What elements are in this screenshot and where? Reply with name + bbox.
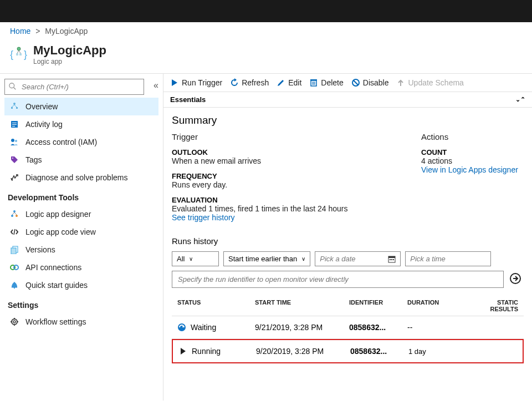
trash-icon	[309, 78, 318, 87]
svg-line-5	[19, 50, 21, 53]
sidebar-item-label: Logic app designer	[25, 210, 91, 219]
play-icon	[170, 78, 179, 87]
page-title: MyLogicApp	[33, 43, 106, 58]
sidebar-item-tags[interactable]: Tags	[4, 151, 158, 169]
count-heading: COUNT	[421, 148, 524, 156]
activity-log-icon	[10, 120, 19, 129]
code-icon	[10, 227, 19, 236]
runs-history-title: Runs history	[172, 236, 524, 246]
refresh-button[interactable]: Refresh	[230, 78, 269, 87]
sidebar-item-quick-start[interactable]: Quick start guides	[4, 276, 158, 294]
edit-button[interactable]: Edit	[277, 78, 301, 87]
arrow-right-icon	[509, 272, 521, 285]
sidebar-item-versions[interactable]: Versions	[4, 241, 158, 259]
sidebar-item-designer[interactable]: Logic app designer	[4, 205, 158, 223]
svg-rect-10	[11, 107, 13, 109]
essentials-toggle[interactable]: Essentials ⌄⌃	[163, 92, 532, 108]
sidebar-item-label: Tags	[25, 155, 42, 164]
waiting-status-icon	[177, 323, 186, 332]
svg-line-27	[14, 229, 15, 235]
search-icon	[9, 83, 17, 90]
svg-point-32	[12, 319, 17, 325]
running-status-icon	[178, 347, 187, 356]
outlook-text: When a new email arrives	[172, 156, 399, 165]
table-row[interactable]: Running 9/20/2019, 3:28 PM 0858632... 1 …	[172, 339, 524, 363]
svg-line-44	[354, 80, 358, 85]
date-picker-input[interactable]: Pick a date	[315, 251, 401, 266]
time-picker-input[interactable]: Pick a time	[405, 251, 491, 266]
outlook-heading: OUTLOOK	[172, 148, 399, 156]
logic-app-icon: { }	[10, 45, 28, 63]
svg-rect-16	[12, 124, 17, 125]
calendar-icon	[388, 255, 396, 263]
breadcrumb-separator: >	[35, 27, 40, 36]
svg-rect-46	[388, 256, 395, 258]
sidebar-item-label: Access control (IAM)	[25, 138, 97, 146]
breadcrumb: Home > MyLogicApp	[0, 22, 532, 40]
view-designer-link[interactable]: View in Logic Apps designer	[421, 165, 524, 174]
sidebar-item-workflow-settings[interactable]: Workflow settings	[4, 313, 158, 331]
delete-button[interactable]: Delete	[309, 78, 343, 87]
svg-text:{: {	[10, 49, 13, 60]
sidebar-item-diagnose[interactable]: Diagnose and solve problems	[4, 169, 158, 186]
update-schema-button: Update Schema	[396, 78, 463, 87]
see-trigger-history-link[interactable]: See trigger history	[172, 213, 399, 222]
svg-point-24	[16, 215, 18, 217]
sidebar-collapse-chevron-icon[interactable]: «	[154, 80, 158, 90]
svg-point-9	[13, 103, 16, 105]
sidebar-search-input[interactable]	[4, 79, 144, 95]
sidebar-item-label: Logic app code view	[25, 227, 96, 236]
portal-top-bar	[0, 0, 532, 22]
main-content: Run Trigger Refresh Edit Delete Disable …	[163, 74, 532, 401]
sidebar-item-code-view[interactable]: Logic app code view	[4, 223, 158, 241]
sidebar-item-overview[interactable]: Overview	[4, 98, 158, 115]
sidebar-item-activity-log[interactable]: Activity log	[4, 115, 158, 133]
svg-point-22	[13, 210, 16, 212]
svg-rect-11	[16, 107, 18, 109]
run-identifier-input[interactable]	[172, 271, 504, 288]
frequency-heading: FREQUENCY	[172, 172, 399, 180]
run-trigger-button[interactable]: Run Trigger	[170, 78, 222, 87]
svg-line-12	[12, 105, 14, 107]
chevron-down-icon: ∨	[301, 256, 305, 262]
svg-rect-3	[19, 53, 22, 55]
sidebar-item-label: Versions	[25, 245, 55, 254]
svg-rect-29	[11, 248, 16, 254]
breadcrumb-home[interactable]: Home	[10, 27, 30, 36]
summary-panel: Summary Trigger OUTLOOK When a new email…	[163, 108, 532, 229]
col-identifier: IDENTIFIER	[349, 299, 407, 312]
summary-heading: Summary	[172, 114, 524, 126]
page-subtitle: Logic app	[33, 58, 106, 65]
table-row[interactable]: Waiting 9/21/2019, 3:28 PM 0858632... --	[172, 316, 524, 339]
status-filter-dropdown[interactable]: All∨	[172, 251, 219, 266]
run-search-go-button[interactable]	[507, 271, 524, 288]
svg-rect-39	[310, 79, 317, 80]
sidebar-item-label: Quick start guides	[25, 281, 88, 290]
svg-rect-49	[393, 259, 394, 260]
col-static-results: STATIC RESULTS	[474, 299, 518, 312]
count-text: 4 actions	[421, 156, 524, 165]
designer-icon	[10, 210, 19, 219]
chevron-down-icon: ∨	[189, 256, 193, 262]
disable-button[interactable]: Disable	[351, 78, 389, 87]
trigger-label: Trigger	[172, 132, 399, 141]
chevron-down-icon: ⌄⌃	[515, 96, 525, 103]
svg-rect-15	[12, 123, 17, 123]
tags-icon	[10, 155, 19, 164]
diagnose-icon	[10, 173, 19, 182]
gear-icon	[10, 317, 19, 326]
table-header: STATUS START TIME IDENTIFIER DURATION ST…	[172, 296, 524, 316]
svg-rect-47	[390, 259, 391, 260]
overview-icon	[10, 102, 19, 111]
page-header: { } MyLogicApp Logic app	[0, 40, 532, 74]
sidebar-item-api-connections[interactable]: API connections	[4, 259, 158, 276]
breadcrumb-current: MyLogicApp	[45, 27, 88, 36]
svg-point-18	[11, 139, 14, 142]
svg-point-19	[15, 140, 17, 142]
sidebar-item-iam[interactable]: Access control (IAM)	[4, 133, 158, 151]
runs-history-panel: Runs history All∨ Start time earlier tha…	[163, 229, 532, 371]
svg-point-20	[12, 158, 13, 159]
pencil-icon	[277, 78, 285, 87]
start-time-filter-dropdown[interactable]: Start time earlier than∨	[223, 251, 310, 266]
runs-table: STATUS START TIME IDENTIFIER DURATION ST…	[172, 296, 524, 363]
